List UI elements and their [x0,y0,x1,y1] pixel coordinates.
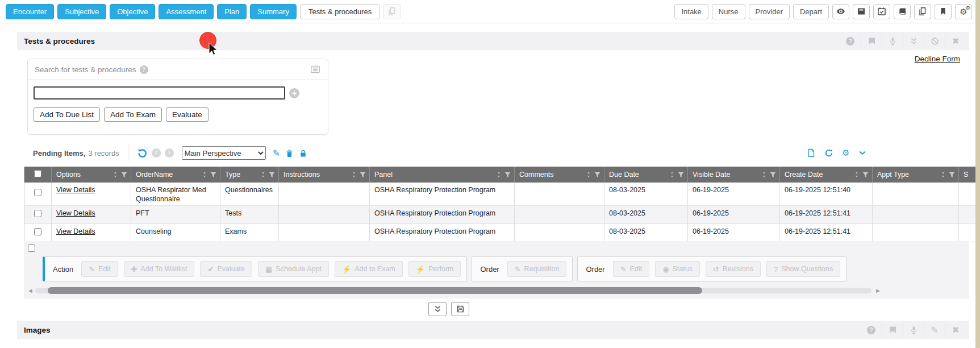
add-icon[interactable]: + [289,88,299,98]
collapse-grid-icon[interactable] [858,148,867,158]
edit-button[interactable]: ✎ [924,322,945,337]
page-next-button[interactable]: › [165,148,174,158]
list-view-icon[interactable] [310,64,321,74]
column-header-panel[interactable]: Panel [370,167,515,183]
intake-button[interactable]: Intake [674,4,708,19]
column-header-extra[interactable]: S [959,167,976,183]
tab-summary[interactable]: Summary [250,4,297,19]
filter-icon[interactable] [677,171,685,179]
add-to-exam-button[interactable]: Add To Exam [104,107,162,122]
grid-settings-icon[interactable]: ⚙ [842,148,849,158]
select-all-checkbox[interactable] [34,170,41,177]
status-button[interactable]: ◉Status [655,261,700,277]
nurse-button[interactable]: Nurse [712,4,745,19]
sort-icon[interactable] [351,171,357,178]
filter-icon[interactable] [359,171,366,179]
ban-button[interactable] [924,34,945,48]
sort-icon[interactable] [495,171,502,178]
book-button[interactable] [882,322,903,337]
column-header-instructions[interactable]: Instructions [279,167,370,183]
row-checkbox[interactable] [34,189,41,196]
filter-icon[interactable] [948,171,956,179]
view-details-link[interactable]: View Details [56,209,95,217]
requisition-button[interactable]: ✎Requisition [507,261,567,277]
column-header-type[interactable]: Type [220,167,279,183]
sort-icon[interactable] [853,171,860,178]
close-button[interactable]: ✖ [945,322,966,337]
calendar-button[interactable] [873,4,890,19]
sort-icon[interactable] [260,171,266,178]
bookmark-button[interactable] [935,4,952,19]
view-details-link[interactable]: View Details [56,227,95,235]
row-checkbox[interactable] [34,228,41,235]
filter-icon[interactable] [120,171,128,179]
tab-subjective[interactable]: Subjective [57,4,106,19]
book-button[interactable] [894,4,911,19]
eye-button[interactable] [832,4,849,19]
perspective-select[interactable]: Main Perspective [182,146,266,160]
filter-icon[interactable] [504,171,511,179]
evaluate-button[interactable]: Evaluate [166,107,208,122]
refresh-icon[interactable] [824,148,833,158]
decline-form-link[interactable]: Decline Form [915,55,960,63]
tab-plan[interactable]: Plan [217,4,247,19]
filter-icon[interactable] [210,171,217,179]
add-to-waitlist-button[interactable]: ✚Add To Waitlist [124,261,195,277]
filter-icon[interactable] [594,171,601,179]
help-button[interactable]: ? [861,322,882,337]
revisions-button[interactable]: ↺Revisions [706,261,761,277]
row-checkbox[interactable] [34,210,41,217]
schedule-appt-button[interactable]: ▦Schedule Appt [258,261,329,277]
dictate-button[interactable] [903,322,924,337]
help-button[interactable]: ? [840,34,861,48]
edit-button[interactable]: ✎Edit [613,261,649,277]
close-button[interactable]: ✖ [945,34,966,48]
archive-button[interactable] [853,4,870,19]
perform-button[interactable]: ⚡Perform [408,261,461,277]
book-button[interactable] [861,34,882,48]
horizontal-scrollbar[interactable]: ◄ ► [24,287,969,295]
show-questions-button[interactable]: ?Show Questions [766,261,840,277]
add-to-due-list-button[interactable]: Add To Due List [34,107,100,122]
expand-more-button[interactable] [428,302,447,316]
column-header-comments[interactable]: Comments [515,167,604,183]
tab-encounter[interactable]: Encounter [6,4,54,19]
scrollbar-thumb[interactable] [48,287,702,294]
filter-icon[interactable] [268,171,276,179]
sort-icon[interactable] [201,171,208,178]
copy-button[interactable] [914,4,931,19]
settings-button[interactable]: ⚙⚙ [955,4,972,19]
filter-icon[interactable] [769,171,777,179]
new-row-checkbox[interactable] [28,245,35,252]
new-document-icon[interactable] [807,148,816,158]
column-header-options[interactable]: Options [52,167,131,183]
page-prev-button[interactable]: ‹ [152,148,161,158]
edit-perspective-icon[interactable]: ✎ [273,148,280,159]
column-header-visible_date[interactable]: Visible Date [688,167,780,183]
view-details-link[interactable]: View Details [56,186,95,194]
provider-button[interactable]: Provider [749,4,790,19]
sort-icon[interactable] [940,171,946,178]
filter-icon[interactable] [862,171,869,179]
depart-button[interactable]: Depart [793,4,829,19]
save-button[interactable] [451,302,469,316]
collapse-button[interactable] [903,34,924,48]
help-icon[interactable]: ? [140,65,148,74]
dictate-button[interactable] [882,34,903,48]
column-header-appt_type[interactable]: Appt Type [873,167,959,183]
undo-icon[interactable] [137,148,148,159]
edit-button[interactable]: ✎Edit [81,261,118,277]
scroll-right-icon[interactable]: ► [875,287,881,295]
sort-icon[interactable] [761,171,768,178]
lock-icon[interactable] [299,149,307,158]
duplicate-tab-button[interactable] [383,4,401,19]
sort-icon[interactable] [585,171,592,178]
evaluate-button[interactable]: ✔Evaluate [200,261,252,277]
tab-objective[interactable]: Objective [110,4,155,19]
tab-tests-procedures-active[interactable]: Tests & procedures [300,4,380,19]
delete-perspective-icon[interactable] [285,149,294,158]
sort-icon[interactable] [669,171,675,178]
tab-assessment[interactable]: Assessment [159,4,214,19]
add-to-exam-button[interactable]: ⚡Add to Exam [335,261,403,277]
column-header-due_date[interactable]: Due Date [604,167,688,183]
